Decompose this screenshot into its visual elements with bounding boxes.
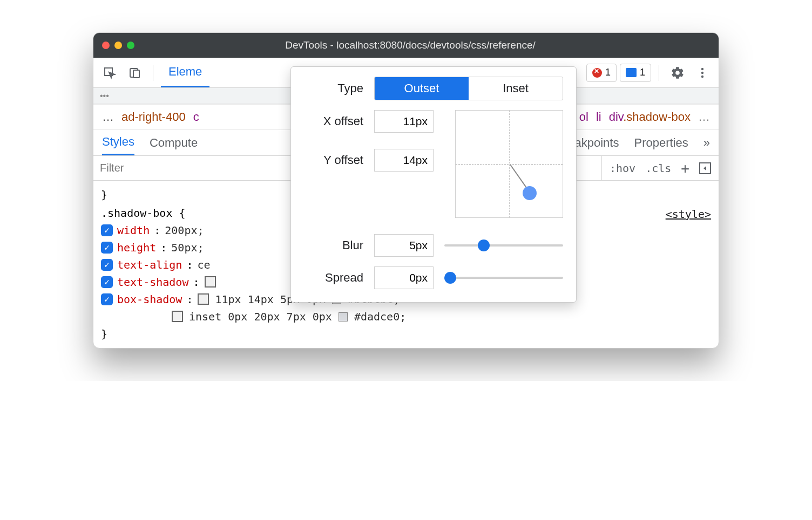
tab-breakpoints[interactable]: akpoints	[575, 136, 619, 150]
slider-thumb[interactable]	[478, 240, 490, 251]
hov-toggle[interactable]: :hov	[610, 162, 635, 175]
breadcrumb-selected[interactable]: div.shadow-box	[609, 110, 691, 124]
tab-properties[interactable]: Properties	[634, 136, 688, 150]
breadcrumb-item[interactable]: ad-right-400	[121, 110, 186, 124]
blur-label: Blur	[304, 238, 363, 252]
errors-count: 1	[605, 67, 611, 78]
spread-slider[interactable]	[444, 277, 563, 279]
prop-checkbox[interactable]	[101, 242, 113, 254]
titlebar: DevTools - localhost:8080/docs/devtools/…	[93, 33, 719, 58]
type-outset-button[interactable]: Outset	[375, 77, 469, 100]
messages-count: 1	[640, 67, 645, 78]
shadow-editor-icon[interactable]	[199, 295, 208, 304]
more-tabs-icon[interactable]: »	[703, 136, 710, 150]
prop-row-box-shadow-cont: inset 0px 20px 7px 0px #dadce0;	[101, 308, 711, 325]
devtools-window: DevTools - localhost:8080/docs/devtools/…	[93, 32, 719, 348]
svg-point-5	[701, 75, 703, 77]
breadcrumb-item[interactable]: ol	[579, 110, 588, 124]
separator	[153, 65, 153, 81]
shadow-editor-icon[interactable]	[173, 312, 182, 321]
traffic-lights	[102, 42, 134, 49]
blur-input[interactable]	[374, 234, 434, 257]
close-icon[interactable]	[102, 42, 110, 49]
y-offset-label: Y offset	[304, 153, 363, 167]
message-icon	[626, 68, 637, 77]
prop-checkbox[interactable]	[101, 293, 113, 305]
type-inset-button[interactable]: Inset	[469, 77, 563, 100]
tab-elements[interactable]: Eleme	[161, 58, 209, 87]
window-title: DevTools - localhost:8080/docs/devtools/…	[140, 39, 681, 51]
breadcrumb-leading: …	[102, 110, 114, 124]
blur-slider[interactable]	[444, 244, 563, 247]
x-offset-label: X offset	[304, 114, 363, 128]
minimize-icon[interactable]	[114, 42, 122, 49]
spread-label: Spread	[304, 271, 363, 285]
spread-input[interactable]	[374, 266, 434, 289]
svg-point-4	[701, 71, 703, 73]
offset-picker-thumb[interactable]	[523, 186, 537, 200]
shadow-editor-icon[interactable]	[206, 278, 215, 287]
ellipsis-icon: •••	[100, 91, 109, 101]
styles-tools: :hov .cls +	[602, 156, 719, 180]
prop-checkbox[interactable]	[101, 224, 113, 236]
source-link[interactable]: <style>	[666, 206, 711, 223]
device-toggle-icon[interactable]	[124, 62, 145, 84]
breadcrumb-trailing: …	[698, 110, 710, 124]
maximize-icon[interactable]	[127, 42, 134, 49]
y-offset-input[interactable]	[374, 149, 434, 172]
toggle-sidebar-icon[interactable]	[699, 162, 711, 174]
prop-checkbox[interactable]	[101, 276, 113, 288]
messages-badge[interactable]: 1	[620, 64, 651, 82]
error-icon	[592, 68, 602, 78]
svg-point-3	[701, 67, 703, 70]
new-rule-button[interactable]: +	[681, 160, 689, 176]
color-swatch[interactable]	[339, 312, 348, 321]
x-offset-input[interactable]	[374, 110, 434, 133]
breadcrumb-item[interactable]: c	[193, 110, 199, 124]
settings-button[interactable]	[667, 62, 688, 84]
tab-computed[interactable]: Compute	[150, 136, 198, 150]
tab-styles[interactable]: Styles	[102, 130, 134, 155]
rule-brace: }	[101, 325, 711, 343]
separator	[659, 65, 659, 81]
breadcrumb-item[interactable]: li	[596, 110, 601, 124]
more-menu-button[interactable]	[692, 62, 713, 84]
slider-thumb[interactable]	[444, 272, 456, 284]
svg-rect-2	[133, 70, 139, 78]
offset-picker[interactable]	[455, 110, 563, 218]
errors-badge[interactable]: 1	[586, 64, 617, 82]
cls-toggle[interactable]: .cls	[645, 162, 671, 175]
type-segment: Outset Inset	[374, 77, 563, 100]
type-label: Type	[304, 81, 363, 95]
prop-checkbox[interactable]	[101, 259, 113, 271]
shadow-editor-popup: Type Outset Inset X offset Y offset	[290, 66, 577, 303]
inspect-element-icon[interactable]	[99, 62, 120, 84]
